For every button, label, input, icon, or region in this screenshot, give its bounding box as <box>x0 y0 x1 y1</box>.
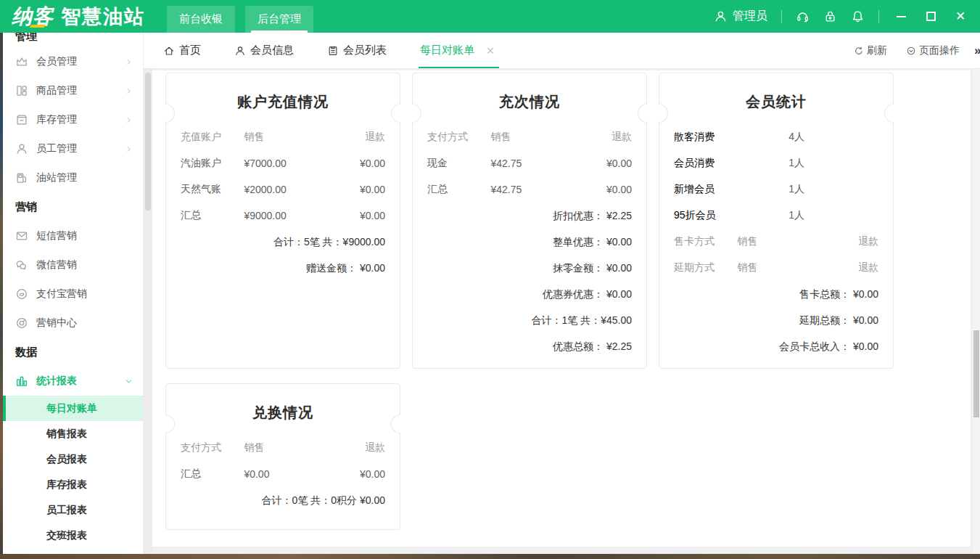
sidebar-subitem-库存报表[interactable]: 库存报表 <box>3 472 143 497</box>
cell: 销售 <box>737 235 812 248</box>
sidebar-subitem-每日对账单[interactable]: 每日对账单 <box>3 396 143 421</box>
content-panel: 账户充值情况充值账户销售退款汽油账户¥7000.00¥0.00天然气账¥2000… <box>152 70 971 547</box>
logo-secondary: 智慧油站 <box>61 4 145 30</box>
wechat-icon <box>15 258 28 272</box>
sidebar-section: 营销 <box>3 192 143 221</box>
cell: 95折会员 <box>674 209 756 222</box>
sidebar-item-label: 会员管理 <box>36 55 77 68</box>
cell: 销售 <box>737 261 812 274</box>
sidebar-item-label: 商品管理 <box>36 84 77 97</box>
cell: 退款 <box>320 441 385 454</box>
cell: 1人 <box>756 209 838 222</box>
cell: ¥9000.00 <box>244 210 319 221</box>
inventory-icon <box>15 113 28 126</box>
sidebar-item-label: 短信营销 <box>36 229 77 242</box>
sidebar-section-label: 营销 <box>15 200 37 214</box>
sidebar-section-label: 数据 <box>15 346 37 359</box>
card-row: 延期方式销售退款 <box>659 255 893 281</box>
cell: ¥2000.00 <box>244 184 319 195</box>
app-logo: 纳客 智慧油站 <box>12 3 145 30</box>
card-summary-row: 延期总额： ¥0.00 <box>659 307 893 333</box>
card-summary-row: 售卡总额： ¥0.00 <box>659 281 893 307</box>
sidebar-item-label: 营销中心 <box>36 317 77 330</box>
card-title: 兑换情况 <box>166 384 400 431</box>
cell: 销售 <box>244 441 319 454</box>
sidebar-item-微信营销[interactable]: 微信营销 <box>3 250 143 280</box>
tab-label: 首页 <box>179 44 201 57</box>
cell: 1人 <box>756 183 838 196</box>
tab-会员信息[interactable]: 会员信息 <box>234 33 294 68</box>
sidebar-item-会员管理[interactable]: 会员管理 <box>3 47 143 76</box>
sidebar-subitem-会员报表[interactable]: 会员报表 <box>3 446 143 472</box>
cell: 汇总 <box>427 183 490 196</box>
sidebar-subitem-交班报表[interactable]: 交班报表 <box>3 523 143 548</box>
header-divider <box>781 10 782 23</box>
more-actions-icon[interactable]: » <box>974 44 980 58</box>
action-refresh-button[interactable]: 刷新 <box>854 44 887 57</box>
card-row: 会员消费1人 <box>659 150 893 176</box>
card-row: 汇总¥42.75¥0.00 <box>413 176 646 203</box>
card-兑换情况: 兑换情况支付方式销售退款汇总¥0.00¥0.00合计：0笔 共：0积分 ¥0.0… <box>165 383 400 530</box>
card-row: 充值账户销售退款 <box>166 124 400 150</box>
page-ops-icon <box>906 46 916 56</box>
header-nav-tabs: 前台收银后台管理 <box>167 0 313 33</box>
maximize-button[interactable] <box>923 9 939 25</box>
sidebar-item-短信营销[interactable]: 短信营销 <box>3 221 143 250</box>
header-nav-tab-cashier[interactable]: 前台收银 <box>167 6 235 33</box>
cell: ¥0.00 <box>567 158 632 169</box>
maximize-icon <box>926 12 936 21</box>
lock-icon[interactable] <box>823 9 837 23</box>
sidebar-item-label: 支付宝营销 <box>36 287 87 301</box>
cell: ¥42.75 <box>490 158 566 169</box>
cell: 延期方式 <box>674 261 737 274</box>
sidebar-item-label: 库存管理 <box>36 113 77 126</box>
cell: 会员消费 <box>674 157 756 170</box>
sidebar-item-营销中心[interactable]: 营销中心 <box>3 309 143 338</box>
header-nav-tab-admin[interactable]: 后台管理 <box>245 6 313 33</box>
cell: 售卡方式 <box>674 235 737 248</box>
card-row: 现金¥42.75¥0.00 <box>413 150 646 176</box>
card-row: 汽油账户¥7000.00¥0.00 <box>166 150 400 176</box>
card-summary-row: 合计：0笔 共：0积分 ¥0.00 <box>166 487 400 513</box>
sidebar-subitem-员工报表[interactable]: 员工报表 <box>3 497 143 523</box>
card-summary-row: 抹零金额： ¥0.00 <box>413 255 646 281</box>
app-header: 纳客 智慧油站 前台收银后台管理 管理员✕ <box>0 0 980 33</box>
minimize-button[interactable] <box>893 9 909 25</box>
sidebar-scrollbar-thumb[interactable] <box>145 73 151 211</box>
card-充次情况: 充次情况支付方式销售退款现金¥42.75¥0.00汇总¥42.75¥0.00折扣… <box>412 73 647 369</box>
sidebar-item-支付宝营销[interactable]: 支付宝营销 <box>3 280 143 309</box>
tab-首页[interactable]: 首页 <box>163 33 201 68</box>
cell: 退款 <box>567 131 632 144</box>
home-icon <box>163 45 175 57</box>
cell: 4人 <box>756 131 838 144</box>
sidebar-item-库存管理[interactable]: 库存管理 <box>3 105 143 134</box>
cell: 退款 <box>813 261 878 274</box>
close-icon: ✕ <box>955 10 965 23</box>
sidebar-item-油站管理[interactable]: 油站管理 <box>3 163 143 192</box>
cell: ¥42.75 <box>490 184 566 195</box>
card-body: 充值账户销售退款汽油账户¥7000.00¥0.00天然气账¥2000.00¥0.… <box>166 124 400 281</box>
tab-每日对账单[interactable]: 每日对账单✕ <box>420 33 495 68</box>
close-button[interactable]: ✕ <box>952 9 968 25</box>
user-menu[interactable]: 管理员 <box>714 9 767 24</box>
chevron-right-icon <box>124 57 133 67</box>
sidebar-item-员工管理[interactable]: 员工管理 <box>3 134 143 163</box>
cell: 新增会员 <box>674 183 756 196</box>
chevron-right-icon <box>124 144 133 154</box>
cell: ¥0.00 <box>320 184 385 195</box>
page-scrollbar-thumb[interactable] <box>973 330 979 417</box>
cell: ¥7000.00 <box>244 158 319 169</box>
logo-primary: 纳客 <box>12 3 54 30</box>
action-page-ops-button[interactable]: 页面操作 <box>906 44 960 57</box>
headset-icon[interactable] <box>796 9 810 23</box>
page-scrollbar-track[interactable] <box>973 69 980 554</box>
sidebar-subitem-销售报表[interactable]: 销售报表 <box>3 421 143 446</box>
card-summary-row: 合计：1笔 共：¥45.00 <box>413 307 646 333</box>
refresh-icon <box>854 46 864 56</box>
cell: 退款 <box>320 131 385 144</box>
tab-会员列表[interactable]: 会员列表 <box>327 33 387 68</box>
sidebar-item-商品管理[interactable]: 商品管理 <box>3 76 143 105</box>
sidebar-item-统计报表[interactable]: 统计报表 <box>3 367 143 396</box>
bell-icon[interactable] <box>851 9 865 23</box>
tab-close-icon[interactable]: ✕ <box>486 45 495 57</box>
